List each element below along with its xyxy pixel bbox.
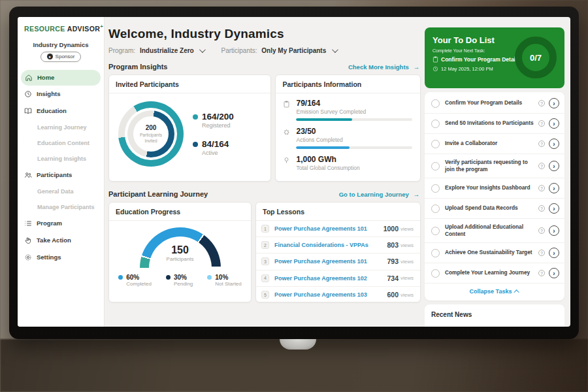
invited-participants-card: Invited Participants 200 Participants In…: [108, 74, 271, 182]
lesson-views: 600: [387, 291, 399, 299]
sponsor-badge[interactable]: ● Sponsor: [41, 52, 81, 62]
chevron-right-icon[interactable]: ›: [549, 268, 559, 278]
sidebar-item-participants[interactable]: Participants: [18, 167, 104, 184]
participants-select-label: Participants:: [221, 47, 257, 54]
task-checkbox[interactable]: [431, 140, 440, 148]
lesson-link[interactable]: Power Purchase Agreements 101: [274, 225, 384, 232]
participants-icon: [24, 171, 32, 179]
task-row[interactable]: Achieve One Sustainability Target ? ›: [425, 243, 564, 263]
chevron-right-icon[interactable]: ›: [549, 98, 559, 108]
task-checkbox[interactable]: [431, 269, 440, 278]
chevron-right-icon[interactable]: ›: [549, 118, 559, 129]
sidebar-item-insights[interactable]: Insights: [18, 86, 104, 103]
task-row[interactable]: Invite a Collaborator ? ›: [425, 134, 564, 154]
task-label: Complete Your Learning Journey: [445, 269, 538, 276]
help-icon[interactable]: ?: [538, 163, 545, 169]
participants-select[interactable]: Participants: Only My Participants: [221, 47, 336, 54]
collapse-tasks-link[interactable]: Collapse Tasks: [425, 284, 564, 299]
lessons-list: 1 Power Purchase Agreements 101 1000 vie…: [256, 221, 420, 303]
check-more-insights-link[interactable]: Check More Insights →: [348, 63, 419, 71]
program-select[interactable]: Program: Industrialize Zero: [108, 47, 204, 54]
lesson-link[interactable]: Power Purchase Agreements 102: [274, 275, 387, 282]
legend-value: 84/164: [202, 139, 229, 149]
sidebar-item-education[interactable]: Education: [18, 103, 104, 120]
lesson-row[interactable]: 2 Financial Considerations - VPPAs 803 v…: [256, 237, 420, 253]
legend-label: Active: [202, 150, 229, 156]
program-icon: [24, 220, 32, 227]
task-checkbox[interactable]: [431, 99, 440, 108]
education-progress-card: Education Progress 150 Participants: [108, 202, 252, 302]
help-icon[interactable]: ?: [538, 250, 545, 256]
sidebar-item-home[interactable]: Home: [21, 70, 101, 86]
chevron-right-icon[interactable]: ›: [549, 161, 559, 171]
task-row[interactable]: Complete Your Learning Journey ? ›: [425, 263, 564, 284]
task-checkbox[interactable]: [431, 120, 440, 128]
sidebar-item-education-content[interactable]: Education Content: [18, 135, 104, 151]
task-checkbox[interactable]: [431, 204, 440, 213]
task-label: Send 50 Invitations to Participants: [445, 120, 538, 127]
info-label: Total Global Consumption: [296, 165, 412, 171]
invited-card-body: 200 Participants Invited: [109, 93, 270, 167]
task-row[interactable]: Explore Your Insights Dashboard ? ›: [425, 178, 564, 199]
participants-information-card: Participants Information 79/164 Emission…: [275, 74, 421, 182]
chevron-right-icon[interactable]: ›: [549, 139, 559, 149]
legend-value: 60%: [126, 274, 152, 281]
sidebar-item-take-action[interactable]: Take Action: [18, 232, 104, 249]
sidebar-item-label: Home: [37, 74, 54, 81]
top-lessons-card: Top Lessons 1 Power Purchase Agreements …: [255, 202, 421, 302]
lesson-link[interactable]: Power Purchase Agreements 101: [274, 258, 387, 265]
education-icon: [24, 107, 32, 115]
lesson-row[interactable]: 5 Power Purchase Agreements 103 600 view…: [256, 287, 420, 303]
sidebar-item-manage-participants[interactable]: Manage Participants: [18, 199, 104, 215]
sidebar-item-label: Settings: [37, 253, 61, 261]
task-checkbox[interactable]: [431, 184, 440, 193]
lesson-row[interactable]: 4 Power Purchase Agreements 102 734 view…: [256, 270, 420, 287]
lesson-views: 734: [387, 274, 399, 282]
task-checkbox[interactable]: [431, 249, 440, 257]
task-row[interactable]: Verify participants requesting to join t…: [425, 154, 564, 178]
help-icon[interactable]: ?: [538, 205, 545, 212]
todo-summary-card: Your To Do List Complete Your Next Task:…: [425, 27, 564, 88]
sidebar-item-settings[interactable]: Settings: [18, 249, 104, 266]
sidebar-item-label: General Data: [37, 188, 74, 195]
help-icon[interactable]: ?: [538, 227, 545, 234]
task-checkbox[interactable]: [431, 162, 440, 171]
logo-part-2: ADVISOR: [67, 25, 101, 33]
lesson-link[interactable]: Financial Considerations - VPPAs: [274, 242, 387, 248]
lesson-rank: 2: [261, 241, 269, 249]
task-row[interactable]: Confirm Your Program Details ? ›: [425, 93, 564, 114]
lesson-row[interactable]: 3 Power Purchase Agreements 101 793 view…: [256, 253, 420, 270]
lesson-link[interactable]: Power Purchase Agreements 103: [274, 291, 387, 298]
sidebar-item-program[interactable]: Program: [18, 215, 104, 232]
task-label: Upload Additional Educational Content: [445, 223, 538, 238]
sidebar-item-learning-journey[interactable]: Learning Journey: [18, 120, 104, 135]
info-row-actions: 23/50 Actions Completed: [282, 127, 412, 149]
chevron-right-icon[interactable]: ›: [549, 183, 559, 193]
help-icon[interactable]: ?: [538, 140, 545, 147]
app-logo: RESOURCE ADVISOR+: [18, 24, 104, 33]
go-to-learning-journey-link[interactable]: Go to Learning Journey →: [339, 191, 419, 198]
participants-info-body: 79/164 Emission Survey Completed 23/50 A…: [276, 93, 420, 171]
task-label: Upload Spend Data Records: [445, 204, 538, 212]
dashboard-screen: RESOURCE ADVISOR+ Industry Dynamics ● Sp…: [18, 17, 570, 327]
lesson-row[interactable]: 1 Power Purchase Agreements 101 1000 vie…: [256, 221, 420, 237]
chevron-right-icon[interactable]: ›: [549, 225, 559, 236]
task-row[interactable]: Send 50 Invitations to Participants ? ›: [425, 114, 564, 134]
sidebar-item-general-data[interactable]: General Data: [18, 184, 104, 199]
chevron-right-icon[interactable]: ›: [549, 248, 559, 258]
task-checkbox[interactable]: [431, 227, 440, 235]
journey-cards-row: Education Progress 150 Participants: [108, 202, 421, 302]
chevron-right-icon[interactable]: ›: [549, 203, 559, 214]
recent-news-title: Recent News: [431, 311, 558, 318]
help-icon[interactable]: ?: [538, 270, 545, 276]
invited-donut-chart: 200 Participants Invited: [118, 101, 184, 167]
legend-value: 10%: [215, 274, 241, 281]
home-icon: [25, 74, 33, 82]
info-value: 23/50: [296, 127, 412, 136]
sidebar-item-learning-insights[interactable]: Learning Insights: [18, 151, 104, 167]
task-row[interactable]: Upload Additional Educational Content ? …: [425, 219, 564, 243]
help-icon[interactable]: ?: [538, 100, 545, 106]
task-row[interactable]: Upload Spend Data Records ? ›: [425, 199, 564, 219]
help-icon[interactable]: ?: [538, 120, 545, 127]
help-icon[interactable]: ?: [538, 185, 545, 191]
